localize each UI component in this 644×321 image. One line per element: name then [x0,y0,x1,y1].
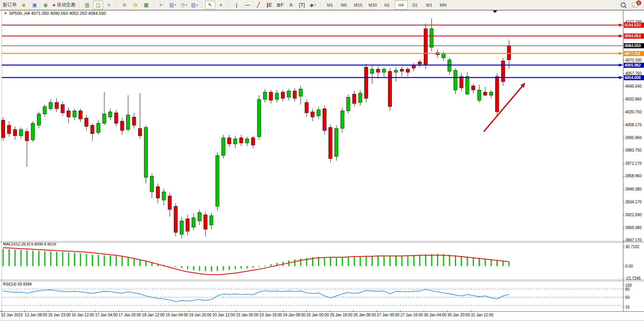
trendline-button-glyph: ╱ [257,2,260,7]
signals-icon[interactable]: ◉ [40,1,51,9]
chart-shift-button[interactable]: ⊢ [157,1,167,9]
notifications-icon[interactable]: 1 [632,2,639,7]
crosshair-button-glyph: + [219,2,223,7]
candlestick-button-glyph: ◫ [96,2,100,7]
tf-m15-button[interactable]: M15 [351,0,365,10]
price-line-label: 4104.533 [624,23,644,28]
toolbar: 新订单◆▣◉●自动交易▥◫∿⊕⊖▦⊢▤▾◷▾▨▾↖+|—╱∥E≣FA[T]◈▾M… [0,0,644,10]
time-axis-label: 23 Jan 00:00 [236,313,259,317]
cursor-button-glyph: ↖ [208,2,212,7]
tf-w1-button[interactable]: W1 [423,0,436,10]
templates-button-glyph: ▨ [191,2,196,7]
zoom-out-button[interactable]: ⊖ [130,1,140,9]
tile-windows-button-glyph: ▦ [144,2,149,7]
macd-axis-tick: 30.7102 [625,245,639,249]
price-axis-tick: 3946.380 [625,187,642,191]
vertical-line-button-glyph: | [236,2,237,7]
zoom-out-button-glyph: ⊖ [133,2,137,7]
add-indicator-button[interactable]: ▤▾ [168,1,178,9]
chart-shift-marker[interactable] [493,11,497,13]
rsi-axis-tick: 50 [625,295,630,300]
candles-layer [2,18,511,238]
tf-m5-button[interactable]: M5 [337,0,351,10]
time-axis-label: 17 Jan 20:00 [119,313,141,317]
time-axis-label: 16 Jan 12:00 [72,313,94,317]
autotrading-button[interactable]: ●自动交易 [51,1,77,9]
new-order-button[interactable]: 新订单 [2,1,18,9]
macd-layer [3,248,510,275]
line-handle[interactable] [619,52,621,55]
data-window-icon-glyph: ▣ [32,2,37,7]
market-watch-icon-glyph: ◆ [22,2,26,7]
shapes-button-glyph: ◈ [310,2,314,7]
tf-h4-button-label: H4 [398,3,404,7]
tf-h1-button-label: H1 [384,3,390,7]
time-axis-label: 20 Jan 12:00 [212,313,235,317]
price-line-label: 4084.550 [624,43,644,48]
tf-m15-button-label: M15 [354,3,362,7]
text-label-button[interactable]: [T] [297,1,307,9]
tf-m1-button-label: M1 [327,3,333,7]
time-axis-label: 17 Jan 04:00 [95,313,118,317]
notification-badge: 1 [636,0,641,5]
time-axis-label: 27 Jan 16:00 [400,313,423,317]
bar-chart-button[interactable]: ▥ [82,1,92,9]
tf-mn-button-label: MN [440,3,446,7]
line-chart-button[interactable]: ∿ [104,1,114,9]
fibonacci-button-glyph: ≣F [276,2,284,7]
candlestick-button[interactable]: ◫ [93,1,103,9]
price-axis-tick: 4070.330 [625,58,642,62]
price-axis-tick: 3995.960 [625,136,642,140]
data-window-icon[interactable]: ▣ [30,1,40,9]
toolbar-separator [228,2,229,9]
time-axis-label: 23 Jan 16:00 [260,313,282,317]
horizontal-line-button[interactable]: — [242,1,253,9]
price-axis-tick: 3909.380 [625,226,642,230]
line-handle[interactable] [619,35,621,37]
tf-m30-button-label: M30 [369,3,377,7]
zoom-in-button[interactable]: ⊕ [119,1,130,9]
toolbar-separator [79,2,80,9]
caret-down-icon: ▾ [197,4,198,7]
tf-mn-button[interactable]: MN [437,0,450,10]
equidistant-channel-button[interactable]: ∥E [264,1,274,9]
tf-h1-button[interactable]: H1 [381,0,394,10]
chart-period-button[interactable]: ◷▾ [179,1,189,9]
line-handle[interactable] [619,64,621,66]
price-axis-tick: 3921.590 [625,213,642,217]
signals-icon-glyph: ◉ [43,2,47,7]
line-handle[interactable] [619,24,621,26]
time-axis-label: 19 Jan 04:00 [165,313,188,317]
templates-button[interactable]: ▨▾ [190,1,200,9]
price-line-label: 4065.982 [624,63,644,68]
time-axis-label: 24 Jan 08:00 [283,313,305,317]
tile-windows-button[interactable]: ▦ [141,1,151,9]
fibonacci-button[interactable]: ≣F [275,1,285,9]
time-axis-label: 12 Jan 2023 [1,313,23,317]
time-axis-label: 13 Jan 08:00 [25,313,47,317]
tf-m1-button[interactable]: M1 [323,0,337,10]
macd-axis-tick: 0.00 [625,264,633,268]
search-icon[interactable] [621,2,626,7]
macd-signal-line [3,248,509,275]
tf-d1-button[interactable]: D1 [409,0,422,10]
line-handle[interactable] [619,76,621,79]
shapes-button[interactable]: ◈▾ [308,1,318,9]
market-watch-icon[interactable]: ◆ [19,1,29,9]
price-axis-tick: 4045.540 [625,84,642,88]
caret-down-icon: ▾ [314,4,316,7]
text-button[interactable]: A [286,1,296,9]
rsi-line [3,289,509,302]
time-axis-label: 27 Jan 00:00 [377,313,400,317]
bar-chart-button-glyph: ▥ [85,2,89,7]
trendline-button[interactable]: ╱ [253,1,263,9]
time-axis-label: 25 Jan 00:00 [307,313,329,317]
cursor-button[interactable]: ↖ [205,1,215,9]
crosshair-button[interactable]: + [216,1,226,9]
price-line-label: 4077.211 [624,51,644,56]
tf-m30-button[interactable]: M30 [366,0,379,10]
line-chart-button-glyph: ∿ [107,2,111,7]
tf-h4-button[interactable]: H4 [395,0,408,10]
vertical-line-button[interactable]: | [232,1,242,9]
time-axis-label: 25 Jan 16:00 [330,313,353,317]
